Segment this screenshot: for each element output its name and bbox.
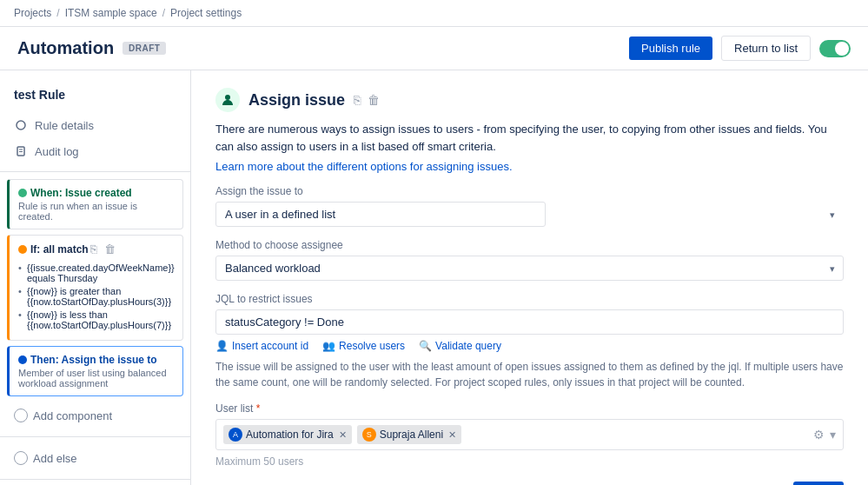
sidebar: test Rule Rule details Audit log When: I…	[0, 70, 191, 485]
info-text: The issue will be assigned to the user w…	[215, 359, 844, 390]
sidebar-divider-3	[0, 479, 190, 480]
add-component-1-label: Add component	[33, 409, 112, 422]
method-label: Method to choose assignee	[215, 239, 844, 251]
condition-3: {{now}} is less than {{now.toStartOfDay.…	[18, 309, 174, 330]
add-else[interactable]: Add else	[0, 444, 190, 472]
method-select[interactable]: Balanced workloadRandomRound robin	[215, 256, 844, 281]
sidebar-audit-log-label: Audit log	[35, 145, 79, 158]
publish-button[interactable]: Publish rule	[629, 37, 712, 60]
user-remove-automation[interactable]: ✕	[339, 429, 347, 441]
doc-icon	[14, 144, 28, 158]
form-actions: Cancel Save	[215, 482, 844, 485]
chevron-down-icon[interactable]: ▾	[830, 428, 836, 442]
jql-section: JQL to restrict issues 👤 Insert account …	[215, 293, 844, 352]
assign-issue-to-arrow-icon: ▾	[830, 209, 835, 220]
rule-toggle[interactable]	[819, 40, 851, 57]
add-component-1[interactable]: Add component	[0, 402, 190, 429]
if-copy-button[interactable]: ⎘	[89, 242, 99, 256]
method-section: Method to choose assignee Balanced workl…	[215, 239, 844, 281]
sidebar-divider-2	[0, 436, 190, 437]
cancel-button[interactable]: Cancel	[732, 482, 785, 485]
people-icon: 👥	[322, 340, 335, 352]
settings-icon[interactable]: ⚙	[813, 428, 825, 442]
assign-issue-to-section: Assign the issue to A user in a defined …	[215, 185, 844, 227]
breadcrumb-current: Project settings	[170, 7, 242, 19]
assign-issue-header: Assign issue ⎘ 🗑	[215, 88, 844, 112]
insert-account-id-label: Insert account id	[232, 340, 308, 352]
user-avatar-automation: A	[229, 428, 242, 442]
jql-actions: 👤 Insert account id 👥 Resolve users 🔍 Va…	[215, 340, 844, 352]
then-sub: Member of user list using balanced workl…	[18, 368, 174, 389]
rule-name: test Rule	[0, 81, 190, 112]
draft-badge: DRAFT	[123, 42, 166, 55]
user-name-automation: Automation for Jira	[246, 429, 334, 441]
if-block[interactable]: If: all match ⎘ 🗑 {{issue.created.dayOfW…	[7, 235, 183, 341]
then-indicator	[18, 355, 27, 364]
user-avatar-supraja: S	[362, 428, 376, 442]
condition-2: {{now}} is greater than {{now.toStartOfD…	[18, 286, 174, 307]
assign-title: Assign issue	[248, 91, 345, 110]
user-list-box[interactable]: A Automation for Jira ✕ S Supraja Alleni…	[215, 419, 844, 450]
add-else-icon	[14, 451, 28, 465]
sidebar-rule-details-label: Rule details	[35, 119, 94, 132]
when-sub: Rule is run when an issue is created.	[18, 201, 174, 222]
assign-icon	[215, 88, 240, 112]
content-panel: Assign issue ⎘ 🗑 There are numerous ways…	[191, 70, 868, 485]
assign-issue-to-wrapper: A user in a defined listA specific userA…	[215, 202, 844, 227]
search-icon: 🔍	[419, 340, 432, 352]
condition-1: {{issue.created.dayOfWeekName}} equals T…	[18, 262, 174, 283]
page-header: Automation DRAFT Publish rule Return to …	[0, 27, 868, 70]
user-tag-automation: A Automation for Jira ✕	[223, 425, 352, 444]
if-delete-button[interactable]: 🗑	[103, 242, 117, 256]
user-name-supraja: Supraja Alleni	[380, 429, 443, 441]
sidebar-divider	[0, 171, 190, 172]
when-label: When: Issue created	[30, 187, 132, 199]
user-list-section: User list * A Automation for Jira ✕ S Su…	[215, 402, 844, 468]
user-tag-supraja: S Supraja Alleni ✕	[357, 425, 461, 444]
description-text: There are numerous ways to assign issues…	[215, 121, 844, 155]
assign-issue-to-label: Assign the issue to	[215, 185, 844, 197]
delete-icon[interactable]: 🗑	[368, 93, 380, 107]
user-list-label: User list *	[215, 402, 844, 415]
sidebar-item-rule-details[interactable]: Rule details	[0, 112, 190, 138]
if-label: If: all match	[30, 243, 89, 256]
person-icon: 👤	[215, 340, 229, 352]
learn-more-link[interactable]: Learn more about the different options f…	[215, 160, 513, 173]
add-else-label: Add else	[33, 452, 77, 465]
svg-point-0	[17, 121, 25, 130]
when-indicator	[18, 189, 27, 197]
when-block[interactable]: When: Issue created Rule is run when an …	[7, 179, 183, 229]
circle-icon	[14, 118, 28, 132]
resolve-users-button[interactable]: 👥 Resolve users	[322, 340, 405, 352]
svg-point-4	[225, 95, 230, 100]
add-component-1-icon	[14, 409, 28, 422]
then-block[interactable]: Then: Assign the issue to Member of user…	[7, 346, 183, 396]
if-indicator	[18, 245, 27, 254]
jql-input[interactable]	[215, 309, 844, 335]
breadcrumb: Projects / ITSM sample space / Project s…	[0, 0, 868, 27]
validate-query-button[interactable]: 🔍 Validate query	[419, 340, 501, 352]
max-users-text: Maximum 50 users	[215, 455, 844, 468]
method-wrapper: Balanced workloadRandomRound robin ▾	[215, 256, 844, 281]
user-remove-supraja[interactable]: ✕	[448, 429, 456, 441]
sidebar-item-audit-log[interactable]: Audit log	[0, 138, 190, 164]
breadcrumb-projects[interactable]: Projects	[14, 7, 51, 19]
assign-issue-to-select[interactable]: A user in a defined listA specific userA…	[215, 202, 546, 227]
insert-account-id-button[interactable]: 👤 Insert account id	[215, 340, 308, 352]
main-layout: test Rule Rule details Audit log When: I…	[0, 70, 868, 485]
required-indicator: *	[256, 402, 261, 415]
jql-label: JQL to restrict issues	[215, 293, 844, 305]
copy-icon[interactable]: ⎘	[354, 93, 361, 107]
validate-query-label: Validate query	[435, 340, 501, 352]
breadcrumb-space[interactable]: ITSM sample space	[65, 7, 157, 19]
return-button[interactable]: Return to list	[721, 36, 811, 61]
then-label: Then: Assign the issue to	[30, 354, 157, 366]
page-title: Automation	[17, 38, 114, 58]
resolve-users-label: Resolve users	[339, 340, 405, 352]
save-button[interactable]: Save	[793, 482, 844, 485]
